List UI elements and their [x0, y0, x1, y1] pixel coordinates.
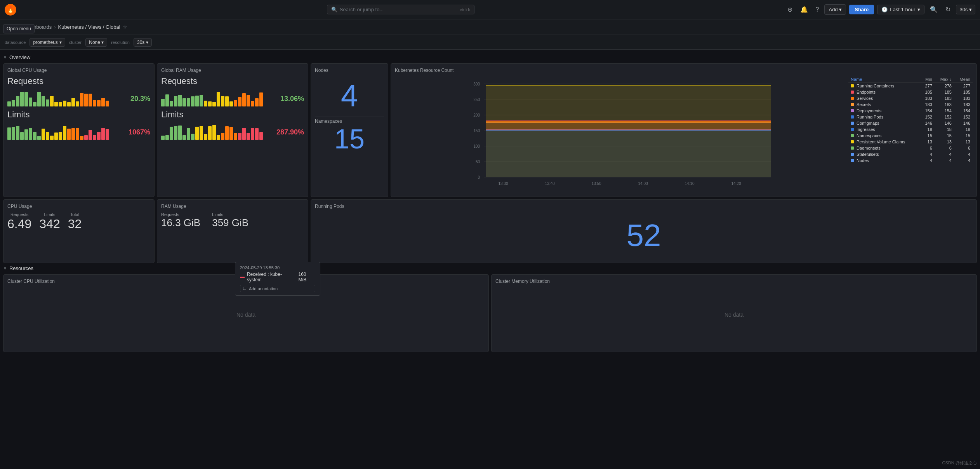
resources-section-header[interactable]: ▼ Resources — [3, 265, 977, 271]
bar-item — [229, 101, 233, 106]
chevron-down-icon: ▾ — [917, 7, 920, 12]
nav-right: ⊕ 🔔 ? Add ▾ Share 🕐 Last 1 hour ▾ 🔍 ↻ 30… — [785, 3, 975, 16]
breadcrumb-bar: Open menu Home › Dashboards › Kubernetes… — [0, 19, 980, 35]
clock-icon: 🕐 — [881, 7, 888, 12]
refresh-interval-select[interactable]: 30s ▾ — [956, 5, 975, 14]
legend-mean: 183 — [954, 101, 973, 108]
ram-requests-bar-row: 13.06% — [161, 91, 304, 106]
bar-item — [208, 126, 212, 140]
nav-left: 🔥 — [5, 4, 16, 16]
legend-row[interactable]: Services 183 183 183 — [848, 95, 973, 101]
svg-text:300: 300 — [473, 82, 480, 86]
legend-name: Ingresses — [857, 127, 875, 132]
resources-label: Resources — [9, 265, 33, 271]
cluster-memory-no-data: No data — [495, 287, 973, 342]
legend-name-cell: Nodes — [848, 157, 920, 164]
bar-item — [80, 93, 83, 106]
bar-item — [20, 92, 24, 106]
legend-row[interactable]: Ingresses 18 18 18 — [848, 126, 973, 133]
cluster-select[interactable]: None ▾ — [85, 38, 107, 47]
legend-max: 6 — [935, 145, 954, 151]
legend-name-cell: Services — [848, 95, 920, 101]
bar-item — [178, 95, 182, 106]
legend-name-cell: Namespaces — [848, 133, 920, 139]
bar-item — [97, 132, 101, 140]
legend-row[interactable]: Secrets 183 183 183 — [848, 101, 973, 108]
legend-color-dot — [851, 97, 854, 100]
legend-row[interactable]: Namespaces 15 15 15 — [848, 133, 973, 139]
legend-min-header: Min — [920, 76, 935, 83]
cpu-requests-stat: Requests 6.49 — [7, 212, 31, 231]
legend-min: 152 — [920, 114, 935, 120]
ram-requests-bars — [161, 91, 278, 106]
bar-item — [7, 101, 11, 106]
star-icon[interactable]: ☆ — [123, 24, 127, 30]
add-button[interactable]: Add ▾ — [824, 4, 846, 15]
bar-item — [170, 127, 173, 140]
legend-row[interactable]: Configmaps 146 146 146 — [848, 120, 973, 126]
legend-min: 183 — [920, 101, 935, 108]
legend-row[interactable]: Daemonsets 6 6 6 — [848, 145, 973, 151]
bar-item — [67, 102, 71, 106]
legend-max: 154 — [935, 108, 954, 114]
bar-item — [174, 96, 177, 106]
resolution-label: resolution — [109, 40, 131, 45]
help-button[interactable]: ? — [813, 4, 822, 16]
svg-text:150: 150 — [473, 129, 480, 133]
datasource-select[interactable]: prometheus ▾ — [30, 38, 65, 47]
datasource-chevron: ▾ — [59, 40, 62, 45]
resolution-select[interactable]: 30s ▾ — [134, 38, 152, 47]
bar-item — [212, 125, 216, 140]
search-bar[interactable]: 🔍 Search or jump to... ctrl+k — [327, 5, 474, 14]
legend-color-dot — [851, 84, 854, 87]
share-button[interactable]: Share — [849, 5, 874, 14]
bar-item — [24, 129, 28, 140]
cpu-requests-stat-label: Requests — [10, 212, 28, 217]
bar-item — [200, 126, 203, 140]
cpu-stat-row: Requests 6.49 Limits 342 Total 32 — [7, 212, 150, 231]
legend-row[interactable]: Statefulsets 4 4 4 — [848, 151, 973, 157]
legend-row[interactable]: Persistent Volume Claims 13 13 13 — [848, 139, 973, 145]
plus-button[interactable]: ⊕ — [785, 3, 795, 16]
overview-section-header[interactable]: ▼ Overview — [3, 54, 977, 60]
svg-text:14:10: 14:10 — [685, 181, 694, 186]
bar-item — [97, 100, 101, 106]
bar-item — [204, 101, 207, 106]
time-range-picker[interactable]: 🕐 Last 1 hour ▾ — [877, 5, 924, 14]
refresh-button[interactable]: ↻ — [943, 3, 953, 16]
bar-item — [63, 126, 66, 140]
legend-max: 146 — [935, 120, 954, 126]
legend-name: Persistent Volume Claims — [857, 139, 905, 144]
bar-item — [54, 133, 58, 140]
cpu-limits-stat-label: Limits — [44, 212, 56, 217]
legend-min: 277 — [920, 83, 935, 89]
cluster-label: cluster — [68, 40, 83, 45]
legend-row[interactable]: Endpoints 185 185 185 — [848, 89, 973, 95]
cpu-requests-label: Requests — [7, 76, 150, 86]
bar-item — [259, 132, 263, 140]
legend-name: Endpoints — [857, 90, 876, 94]
legend-color-dot — [851, 134, 854, 137]
ram-limits-bar-row: 287.90% — [161, 124, 304, 140]
legend-row[interactable]: Nodes 4 4 4 — [848, 157, 973, 164]
grafana-logo[interactable]: 🔥 — [5, 4, 16, 16]
legend-max: 15 — [935, 133, 954, 139]
k8s-chart: 300 250 200 150 100 50 0 13:30 13:40 13:… — [395, 76, 844, 193]
ram-usage-title: RAM Usage — [161, 204, 304, 209]
zoom-out-button[interactable]: 🔍 — [928, 3, 940, 16]
bar-item — [161, 136, 165, 140]
svg-text:13:50: 13:50 — [591, 181, 601, 186]
add-annotation-button[interactable]: ☐ Add annotation — [240, 285, 315, 292]
alarm-button[interactable]: 🔔 — [798, 3, 810, 16]
legend-name: Running Containers — [857, 84, 894, 88]
cpu-requests-pct: 20.3% — [130, 95, 150, 103]
k8s-legend: Name Min Max ↓ Mean Running Containers 2… — [848, 76, 973, 193]
ram-usage-panel: RAM Usage Requests 16.3 GiB Limits 359 G… — [157, 199, 308, 263]
bar-item — [71, 128, 75, 140]
legend-mean: 6 — [954, 145, 973, 151]
legend-row[interactable]: Running Pods 152 152 152 — [848, 114, 973, 120]
legend-color-dot — [851, 128, 854, 131]
legend-row[interactable]: Deployments 154 154 154 — [848, 108, 973, 114]
legend-row[interactable]: Running Containers 277 278 277 — [848, 83, 973, 89]
watermark: CSDN @修途之心 — [942, 460, 977, 466]
